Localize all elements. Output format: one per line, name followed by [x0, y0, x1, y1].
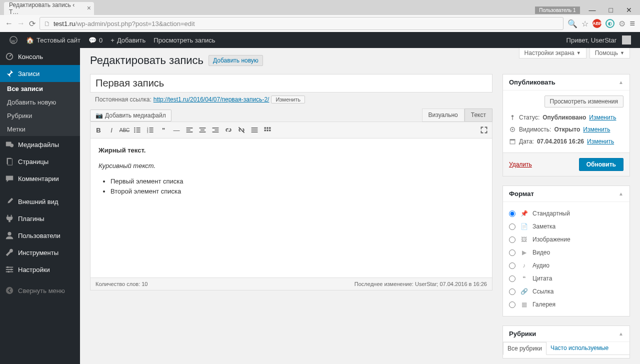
- sidebar-item-media[interactable]: Медиафайлы: [0, 136, 80, 153]
- edit-slug-button[interactable]: Изменить: [271, 96, 305, 104]
- sidebar-item-appearance[interactable]: Внешний вид: [0, 193, 80, 210]
- user-badge[interactable]: Пользователь 1: [535, 6, 580, 14]
- svg-rect-23: [150, 130, 154, 130]
- sidebar-item-plugins[interactable]: Плагины: [0, 210, 80, 227]
- wp-logo[interactable]: [5, 36, 22, 44]
- ol-button[interactable]: 123: [144, 124, 156, 136]
- format-image[interactable]: 🖼Изображение: [509, 233, 624, 246]
- permalink-label: Постоянная ссылка:: [95, 96, 152, 103]
- category-tab-popular[interactable]: Часто используемые: [546, 342, 612, 354]
- svg-rect-38: [264, 127, 266, 128]
- strike-button[interactable]: ABC: [118, 124, 130, 136]
- format-standard[interactable]: 📌Стандартный: [509, 207, 624, 220]
- sidebar-item-tools[interactable]: Инструменты: [0, 244, 80, 261]
- update-button[interactable]: Обновить: [579, 158, 624, 171]
- sidebar-item-settings[interactable]: Настройки: [0, 261, 80, 278]
- format-gallery[interactable]: ▦Галерея: [509, 298, 624, 311]
- sidebar-item-comments[interactable]: Комментарии: [0, 170, 80, 187]
- back-icon[interactable]: ←: [5, 19, 13, 28]
- svg-point-47: [512, 129, 514, 130]
- svg-rect-43: [269, 130, 270, 131]
- sidebar-collapse[interactable]: Свернуть меню: [0, 282, 80, 299]
- link-button[interactable]: [222, 124, 234, 136]
- star-icon[interactable]: ☆: [582, 19, 588, 28]
- format-video[interactable]: ▶Видео: [509, 246, 624, 259]
- sidebar-sub-categories[interactable]: Рубрики: [0, 109, 80, 122]
- format-audio[interactable]: ♪Аудио: [509, 259, 624, 272]
- collapse-icon: [5, 286, 14, 295]
- extension-icon[interactable]: ◐: [606, 19, 614, 28]
- address-bar[interactable]: 🗋 test1.ru /wp-admin/post.php?post=13&ac…: [40, 17, 564, 30]
- unlink-button[interactable]: [236, 124, 248, 136]
- post-title-input[interactable]: [90, 74, 492, 92]
- forward-icon[interactable]: →: [17, 19, 25, 28]
- align-center-button[interactable]: [196, 124, 208, 136]
- hr-button[interactable]: —: [170, 124, 182, 136]
- page-icon: 🗋: [44, 20, 50, 28]
- preview-button[interactable]: Просмотреть изменения: [544, 96, 624, 108]
- align-right-button[interactable]: [210, 124, 222, 136]
- svg-rect-25: [150, 132, 154, 132]
- comments-link[interactable]: 💬0: [84, 36, 106, 44]
- svg-rect-41: [264, 130, 266, 131]
- align-left-button[interactable]: [184, 124, 196, 136]
- gear-icon[interactable]: ⚙: [618, 19, 626, 28]
- comments-icon: 💬: [88, 36, 96, 44]
- tab-visual[interactable]: Визуально: [422, 108, 464, 122]
- view-post-link[interactable]: Просмотреть запись: [150, 36, 219, 44]
- sidebar-item-users[interactable]: Пользователи: [0, 227, 80, 244]
- category-tab-all[interactable]: Все рубрики: [503, 342, 546, 355]
- tab-text[interactable]: Текст: [464, 108, 492, 122]
- sidebar-sub-add-new[interactable]: Добавить новую: [0, 96, 80, 109]
- fullscreen-button[interactable]: [478, 124, 490, 136]
- plus-icon: +: [110, 36, 114, 44]
- sidebar-item-pages[interactable]: Страницы: [0, 153, 80, 170]
- zoom-icon[interactable]: 🔍: [568, 19, 578, 28]
- edit-status-link[interactable]: Изменить: [589, 114, 616, 121]
- abp-icon[interactable]: ABP: [592, 19, 602, 28]
- sidebar-item-posts[interactable]: Записи: [0, 65, 80, 82]
- screen-options-button[interactable]: Настройки экрана▼: [519, 48, 586, 58]
- sidebar-item-dashboard[interactable]: Консоль: [0, 48, 80, 65]
- svg-point-11: [10, 268, 12, 270]
- add-media-button[interactable]: 📷Добавить медиафайл: [90, 110, 172, 122]
- add-new-link[interactable]: +Добавить: [106, 36, 150, 44]
- reload-icon[interactable]: ⟳: [29, 19, 36, 28]
- tab-close-icon[interactable]: ×: [87, 4, 91, 12]
- close-icon[interactable]: ✕: [622, 5, 636, 15]
- edit-visibility-link[interactable]: Изменить: [583, 126, 610, 133]
- camera-icon: 📷: [96, 112, 103, 119]
- edit-date-link[interactable]: Изменить: [587, 138, 614, 145]
- delete-link[interactable]: Удалить: [509, 161, 532, 168]
- collapse-icon[interactable]: ▲: [618, 191, 624, 196]
- site-name-link[interactable]: 🏠Тестовый сайт: [22, 36, 84, 44]
- add-new-button[interactable]: Добавить новую: [208, 55, 263, 66]
- user-greeting[interactable]: Привет, UserStar: [562, 36, 635, 44]
- collapse-icon[interactable]: ▲: [618, 331, 624, 336]
- quote-button[interactable]: ": [158, 124, 170, 136]
- permalink-link[interactable]: http://test1.ru/2016/04/07/первая-запись…: [154, 96, 270, 103]
- ul-button[interactable]: [132, 124, 144, 136]
- svg-rect-21: [150, 128, 154, 128]
- browser-tab[interactable]: Редактировать запись ‹ Т… ×: [4, 2, 94, 15]
- format-aside[interactable]: 📄Заметка: [509, 220, 624, 233]
- help-button[interactable]: Помощь▼: [590, 48, 630, 58]
- sidebar-sub-tags[interactable]: Метки: [0, 122, 80, 136]
- collapse-icon[interactable]: ▲: [618, 80, 624, 85]
- editor-content[interactable]: Жирный текст. Курсивный текст. Первый эл…: [90, 138, 492, 278]
- format-quote[interactable]: ❝Цитата: [509, 272, 624, 285]
- editor-toolbar: B I ABC 123 " —: [90, 122, 492, 138]
- italic-button[interactable]: I: [106, 124, 118, 136]
- sliders-icon: [5, 265, 14, 274]
- sidebar-sub-all-posts[interactable]: Все записи: [0, 82, 80, 96]
- bold-button[interactable]: B: [92, 124, 104, 136]
- menu-icon[interactable]: ≡: [630, 18, 635, 29]
- home-icon: 🏠: [26, 36, 34, 44]
- toolbar-toggle-button[interactable]: [262, 124, 274, 136]
- tab-title: Редактировать запись ‹ Т…: [9, 2, 79, 16]
- word-count: Количество слов: 10: [96, 281, 148, 287]
- minimize-icon[interactable]: —: [585, 5, 600, 15]
- format-link[interactable]: 🔗Ссылка: [509, 285, 624, 298]
- maximize-icon[interactable]: □: [605, 5, 617, 15]
- more-button[interactable]: [248, 124, 260, 136]
